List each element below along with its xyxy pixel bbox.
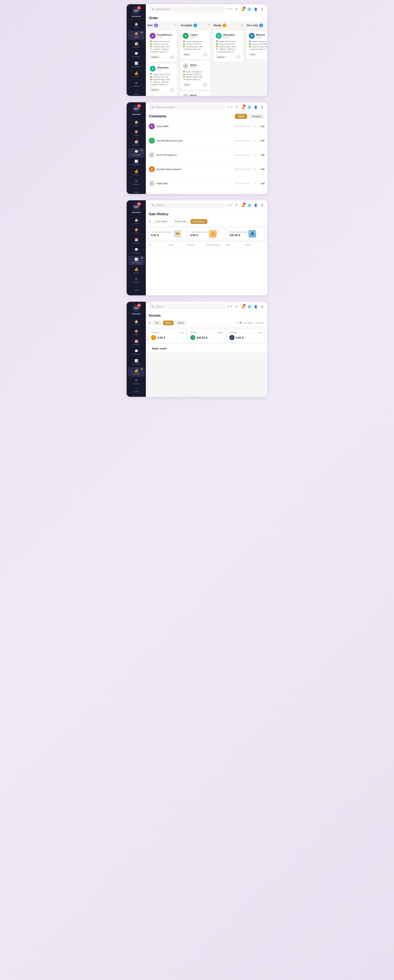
sidebar-item-income-i[interactable]: 💰 Income [128, 367, 145, 377]
sidebar-item-sale-history-s[interactable]: 📊 Sale History [128, 256, 145, 265]
action-button[interactable]: ↑ [170, 54, 175, 60]
user-icon-btn[interactable]: 👤 [253, 7, 258, 11]
sidebar-item-sections-c[interactable]: ⊞ Sections [128, 178, 145, 187]
menu-icon-i[interactable]: ☰ [260, 304, 264, 309]
comment-expand-1[interactable]: ⌄ [149, 129, 264, 132]
notification-icon-btn[interactable]: 🔔 0 [241, 7, 245, 11]
user-icon-c[interactable]: 👤 [253, 105, 258, 110]
sidebar-item-sections-s[interactable]: ⊞ Sections [128, 275, 145, 285]
user-icon-i[interactable]: 👤 [253, 304, 258, 309]
comment-expand-3[interactable]: ⌄ [149, 158, 264, 161]
clock-icon-btn[interactable]: ⏱ [234, 7, 239, 11]
sidebar-item-comments-s[interactable]: 💬 Comments [128, 246, 145, 256]
comment-expand-2[interactable]: ⌄ [149, 144, 264, 146]
sidebar-item-income-c[interactable]: 💰 Income [128, 168, 145, 177]
menu-icon-btn[interactable]: ☰ [260, 7, 264, 11]
logout-icon: ↩ [136, 91, 137, 92]
sidebar-item-schedule-i[interactable]: 📅 Schedule [128, 338, 145, 347]
sidebar-item-orders[interactable]: 📦 Orders [128, 30, 145, 40]
tab-todays-sale[interactable]: Today's Sale [171, 219, 189, 224]
sidebar-item-sale-history-i[interactable]: 📊 Sale History [128, 357, 145, 367]
menu-icon-c[interactable]: ☰ [260, 105, 264, 110]
action-button-2[interactable]: ↑ [170, 88, 175, 92]
clock-icon-i[interactable]: ⏱ [234, 304, 239, 309]
action-btn-r1[interactable]: ↑ [236, 54, 241, 60]
sort-filter-icon[interactable]: ⇅ [149, 220, 151, 223]
tab-sale-history[interactable]: Sale History [190, 219, 207, 224]
notif-icon-i[interactable]: 🔔 0 [241, 304, 245, 309]
sidebar-item-sale-history[interactable]: 📊 Sale History [128, 60, 145, 69]
refresh-icon-income[interactable]: ↻ [236, 321, 238, 325]
topbar-time-i: 15 55 [227, 305, 232, 308]
sidebar-item-home-c[interactable]: 🏠 Home [128, 119, 145, 128]
globe-icon-i[interactable]: 🌐 [247, 304, 252, 309]
order-collapse-icon[interactable]: ⌄ [262, 16, 264, 20]
refresh-icon-accepted[interactable]: ↻ [208, 24, 210, 27]
sidebar-item-schedule-s[interactable]: 📅 Schedule [128, 236, 145, 246]
action-btn-a1[interactable]: ↑ [203, 52, 208, 57]
sidebar-item-comments[interactable]: 💬 Comments [128, 50, 145, 59]
orders-page-title: Order [149, 16, 158, 20]
tab-product[interactable]: Product [249, 114, 264, 119]
orders-icon: 📦 [134, 32, 138, 36]
sidebar-item-comments-i[interactable]: 💬 Comments [128, 348, 145, 357]
date-range[interactable]: ↻ 📅 Start Date — End Date [236, 321, 264, 325]
sidebar-item-schedule-c[interactable]: 📅 Schedule [128, 138, 145, 148]
sidebar-item-orders-c[interactable]: 📦 Orders [128, 129, 145, 138]
sidebar-label-home-c: Home [134, 124, 138, 126]
tab-month[interactable]: Month [175, 320, 187, 325]
sidebar-item-income-s[interactable]: 💰 Income [128, 266, 145, 275]
order-info: ScriptxDemo2... #1120 [157, 33, 173, 38]
metric-title-orders: Orders [190, 331, 197, 334]
sidebar-item-income[interactable]: 💰 Income [128, 70, 145, 79]
amt-text-a1: Amount: 472.31 $ [186, 43, 201, 45]
order-card-accepted-3: 🖼 Akrom #1087 📅 Dates: February 26 ... [180, 91, 210, 96]
income-search[interactable]: 🔍 Search [149, 304, 225, 309]
order-card-onaway-1: M Mahmud #1063 📅 Dates: February 26 ... … [247, 31, 267, 59]
logout-button-c[interactable]: ↩ Logout [132, 187, 140, 194]
notif-icon-s[interactable]: 🔔 0 [241, 203, 245, 208]
table-col-payment-type: Payment type [207, 244, 226, 246]
order-payment: Payment type: cash [153, 46, 170, 48]
sidebar-item-sections[interactable]: ⊞ Sections [128, 80, 145, 89]
logout-button-s[interactable]: ↩ Logout [132, 285, 140, 293]
order-footer-a1: Point ↑ [183, 52, 208, 57]
globe-icon-c[interactable]: 🌐 [247, 105, 252, 110]
clock-icon-s[interactable]: ⏱ [234, 203, 239, 208]
refresh-icon-new[interactable]: ↻ [175, 24, 177, 27]
globe-icon-btn[interactable]: 🌐 [247, 7, 252, 11]
stat-card-drawer: Opening Drawer Amount 0.00 $ 💳 [149, 228, 186, 240]
comment-expand-4[interactable]: ⌄ [149, 172, 264, 175]
home-icon-i: 🏠 [134, 320, 138, 323]
sidebar-item-sections-i[interactable]: ⊞ Sections [128, 377, 145, 387]
sidebar-item-home-s[interactable]: 🏠 Home [128, 217, 145, 226]
tab-shop[interactable]: Shop [235, 114, 247, 119]
sale-search[interactable]: 🔍 Search [149, 202, 225, 208]
comments-search[interactable]: 🔍 Search comments [149, 104, 225, 110]
menu-icon-s[interactable]: ☰ [260, 203, 264, 208]
star-count-1: 4.0 [261, 125, 264, 128]
sort-filter-icon-i[interactable]: ⇅ [149, 321, 151, 325]
sidebar-item-orders-i[interactable]: 📦 Orders [128, 328, 145, 337]
action-btn-a2[interactable]: ↑ [203, 82, 208, 88]
sidebar-item-orders-s[interactable]: 📦 Orders [128, 226, 145, 236]
refresh-icon-ready[interactable]: ↻ [241, 24, 243, 27]
sidebar-item-sale-history-c[interactable]: 📊 Sale History [128, 158, 145, 167]
notif-icon-c[interactable]: 🔔 0 [241, 105, 245, 110]
sidebar-item-home-i[interactable]: 🏠 Home [128, 318, 145, 328]
logout-button-i[interactable]: ↩ Logout [132, 387, 140, 394]
order-info-a1: Сларта #1069 [190, 33, 198, 38]
comment-expand-5[interactable]: ⌄ [149, 186, 264, 189]
clock-icon-c[interactable]: ⏱ [234, 105, 239, 110]
tab-week[interactable]: Week [163, 320, 174, 325]
sidebar-item-schedule[interactable]: 📅 Schedule [128, 40, 145, 50]
sidebar-item-home[interactable]: 🏠 Home [128, 21, 145, 30]
search-bar[interactable]: 🔍 Search Orders [149, 6, 225, 12]
logout-button[interactable]: ↩ Logout [132, 89, 140, 96]
user-icon-s[interactable]: 👤 [253, 203, 258, 208]
star-icon-3: ★ [258, 154, 260, 156]
tab-cash-drawer[interactable]: Cash Drawer [152, 219, 170, 224]
sidebar-item-comments-c[interactable]: 💬 Comments [128, 148, 145, 158]
globe-icon-s[interactable]: 🌐 [247, 203, 252, 208]
tab-day[interactable]: Day [152, 320, 162, 325]
